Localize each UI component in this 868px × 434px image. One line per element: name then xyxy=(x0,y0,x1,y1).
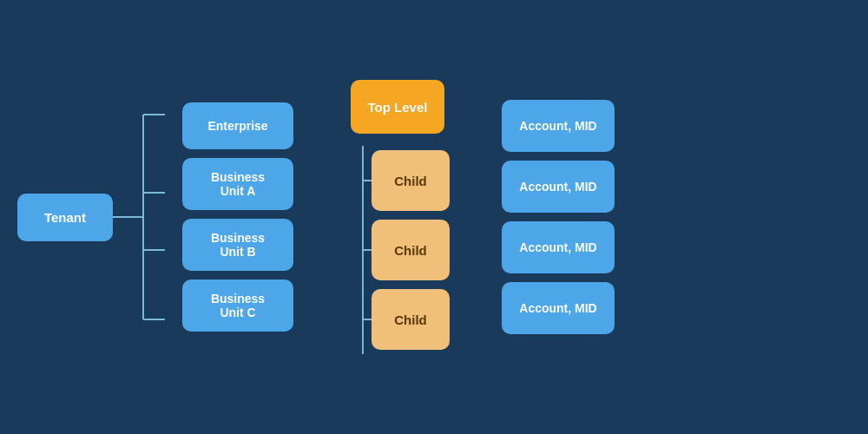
enterprise-node: Enterprise xyxy=(182,102,293,149)
tenant-col: Tenant xyxy=(17,194,113,241)
children-col: Child Child Child xyxy=(372,150,450,350)
account-1-node: Account, MID xyxy=(502,100,615,152)
tenant-bracket-svg xyxy=(113,91,182,343)
account-4-node: Account, MID xyxy=(502,282,615,334)
child-3-node: Child xyxy=(372,289,450,350)
tenant-node: Tenant xyxy=(17,194,113,241)
diagram: Tenant Enterprise BusinessUnit A Busines… xyxy=(17,80,851,354)
children-bracket-svg xyxy=(345,146,372,354)
child-2-node: Child xyxy=(372,220,450,280)
business-unit-b-node: BusinessUnit B xyxy=(182,219,293,271)
business-units-col: Enterprise BusinessUnit A BusinessUnit B… xyxy=(182,102,293,332)
top-level-section: Top Level Child Child xyxy=(345,80,450,354)
account-3-node: Account, MID xyxy=(502,221,615,273)
business-unit-c-node: BusinessUnit C xyxy=(182,279,293,332)
tenant-to-business-connector xyxy=(113,91,182,343)
account-2-node: Account, MID xyxy=(502,161,615,213)
children-area: Child Child Child xyxy=(345,146,450,354)
business-unit-a-node: BusinessUnit A xyxy=(182,158,293,210)
accounts-col: Account, MID Account, MID Account, MID A… xyxy=(502,100,615,334)
top-level-node: Top Level xyxy=(351,80,444,134)
child-1-node: Child xyxy=(372,150,450,211)
